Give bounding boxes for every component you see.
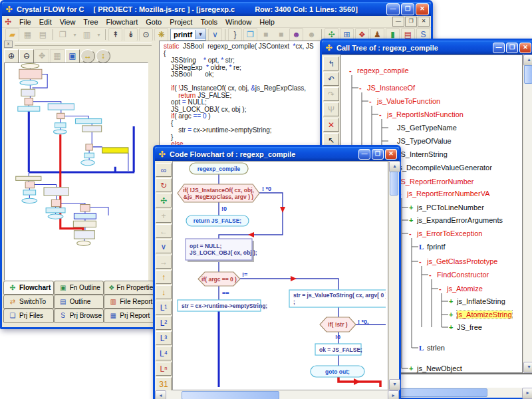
scroll-down-icon[interactable]: ↓: [156, 285, 172, 299]
paste-special-icon[interactable]: ▥: [80, 28, 94, 41]
flow-node[interactable]: ok = JS_FALSE;: [315, 344, 362, 355]
fit-height-icon[interactable]: ↕: [96, 49, 110, 63]
scroll-up-icon[interactable]: ▴: [523, 55, 532, 66]
search-combo[interactable]: printf ▾: [170, 29, 206, 41]
copy-flowchart-icon[interactable]: ❐: [243, 28, 257, 41]
level-4-icon[interactable]: L⁴: [156, 346, 172, 360]
open-file-icon[interactable]: ▰: [5, 28, 19, 41]
flow-node[interactable]: if( !JS_InstanceOf( cx, obj,&js_RegExpCl…: [178, 184, 259, 202]
flow-node[interactable]: str = cx->runtime->emptyString;: [178, 300, 267, 311]
flowchart-minimize-button[interactable]: —: [358, 149, 370, 160]
flow-node[interactable]: return JS_FALSE;: [186, 215, 249, 226]
expand-state-icon[interactable]: -: [429, 271, 437, 279]
menu-project[interactable]: Project: [166, 17, 196, 27]
scroll-right-icon[interactable]: ▸: [522, 388, 532, 399]
calltree-node[interactable]: -JS_InstanceOf: [359, 82, 415, 93]
mdi-restore-button[interactable]: ❐: [405, 17, 417, 27]
calltree-node[interactable]: js_DecompileValueGenerator: [389, 162, 492, 173]
scroll-down-icon[interactable]: ▾: [389, 379, 400, 390]
find-symbol-icon[interactable]: ❋: [154, 28, 168, 41]
flowchart-view[interactable]: regexp_compileif( !JS_InstanceOf( cx, ob…: [172, 161, 388, 390]
expand-state-icon[interactable]: -: [369, 97, 377, 105]
level-2-icon[interactable]: L²: [156, 316, 172, 330]
center-icon[interactable]: +: [156, 209, 172, 223]
level-3-icon[interactable]: L³: [156, 331, 172, 345]
tab-file-report[interactable]: ▥File Report: [104, 295, 154, 309]
expand-state-icon[interactable]: +: [409, 216, 417, 224]
expand-state-icon[interactable]: -: [379, 110, 387, 118]
expand-state-icon[interactable]: -: [359, 84, 367, 92]
menu-edit[interactable]: Edit: [35, 17, 56, 27]
expand-state-icon[interactable]: -: [349, 66, 357, 74]
pan-icon[interactable]: ✥: [35, 49, 49, 63]
flowchart-restore-button[interactable]: ❐: [372, 149, 384, 160]
calltree-node[interactable]: Lstrlen: [419, 342, 445, 353]
minimize-button[interactable]: —: [386, 3, 400, 15]
panel-grip[interactable]: x: [3, 41, 155, 48]
prev-branch-icon[interactable]: ←: [156, 224, 172, 238]
expand-state-icon[interactable]: -: [419, 257, 427, 265]
mdi-close-button[interactable]: ✕: [418, 17, 430, 27]
calltree-node[interactable]: -js_Atomize: [439, 283, 483, 294]
find-previous-icon[interactable]: ↟: [108, 28, 122, 41]
flow-node[interactable]: str = js_ValueToString( cx, argv[ 0 ] );: [289, 290, 386, 307]
calltree-vertical-scrollbar[interactable]: ▴ ▾: [523, 55, 532, 373]
flowchart-horizontal-scrollbar[interactable]: ◂ ▸: [155, 390, 399, 399]
level-n-icon[interactable]: Lⁿ: [156, 362, 172, 376]
delete-node-icon[interactable]: ✕: [323, 118, 339, 132]
calltree-minimize-button[interactable]: —: [493, 43, 505, 53]
expand-state-icon[interactable]: -: [409, 229, 417, 237]
calltree-node[interactable]: -JS_ReportErrorNumber: [389, 176, 474, 187]
zoom-out-icon[interactable]: ⊖: [19, 49, 34, 63]
menu-window[interactable]: Window: [221, 17, 255, 27]
refresh-icon[interactable]: ↻: [156, 178, 172, 192]
flowchart-hscroll-thumb[interactable]: [182, 391, 279, 399]
expand-state-icon[interactable]: +: [449, 297, 457, 305]
scroll-left-icon[interactable]: ◂: [155, 390, 166, 399]
flowchart-title-bar[interactable]: ✣ Code Flowchart of : regexp_compile — ❐…: [155, 147, 399, 161]
mdi-minimize-button[interactable]: —: [392, 17, 404, 27]
flowchart-icon[interactable]: ✣: [156, 194, 172, 207]
menu-tree[interactable]: Tree: [79, 17, 102, 27]
calltree-node[interactable]: -js_ErrorToException: [409, 228, 482, 239]
scroll-up-icon[interactable]: ↑: [156, 270, 172, 284]
scroll-right-icon[interactable]: ▸: [388, 390, 399, 399]
calltree-node[interactable]: -js_GetClassPrototype: [419, 256, 497, 267]
match-brace-icon[interactable]: }: [228, 28, 242, 41]
find-icon[interactable]: ∞: [156, 163, 172, 177]
menu-flowchart[interactable]: Flowchart: [102, 17, 142, 27]
tool-block-a-icon[interactable]: ■: [259, 28, 273, 41]
flow-node[interactable]: if( argc == 0 ): [198, 272, 240, 286]
flowchart-close-button[interactable]: ✕: [385, 149, 397, 160]
scroll-up-icon[interactable]: ▴: [389, 161, 400, 172]
level-1-icon[interactable]: L¹: [156, 301, 172, 315]
calltree-title-bar[interactable]: ✣ Call Tree of : regexp_compile — ❒ ✕: [322, 41, 532, 55]
flow-node[interactable]: if( !str ): [320, 317, 356, 332]
flowchart-vertical-scrollbar[interactable]: ▴ ▾: [388, 161, 399, 390]
tab-prj-browse[interactable]: SPrj Browse: [54, 309, 104, 323]
tab-switchto[interactable]: ⇄SwitchTo: [3, 295, 54, 309]
calltree-node[interactable]: -js_ValueToFunction: [369, 96, 440, 106]
calltree-node[interactable]: +js_PCToLineNumber: [409, 202, 484, 213]
combo-dropdown-icon[interactable]: ▾: [195, 30, 205, 39]
menu-tools[interactable]: Tools: [196, 17, 221, 27]
calltree-node[interactable]: JS_GetTypeName: [389, 122, 457, 133]
prune-branch-icon[interactable]: Ψ: [323, 102, 339, 116]
find-icon[interactable]: ⊙: [139, 28, 153, 41]
fit-width-icon[interactable]: ↔: [80, 49, 95, 63]
compare-files-icon[interactable]: ☻: [289, 28, 303, 41]
maximize-button[interactable]: ❒: [401, 3, 414, 15]
next-branch-icon[interactable]: →: [156, 255, 172, 269]
compare-disabled-icon[interactable]: ☻: [305, 28, 319, 41]
tab-prj-files[interactable]: ❏Prj Files: [3, 309, 54, 323]
tab-prj-report[interactable]: ▦Prj Report: [104, 309, 154, 323]
line-numbers-icon[interactable]: 31: [156, 377, 172, 391]
tab-outline[interactable]: ▤Outline: [54, 295, 104, 309]
print-icon[interactable]: ▤: [36, 28, 50, 41]
menu-view[interactable]: View: [56, 17, 80, 27]
close-button[interactable]: ✕: [416, 3, 429, 15]
calltree-node[interactable]: +js_AtomizeString: [449, 309, 512, 320]
calltree-node[interactable]: -js_ReportIsNotFunction: [379, 109, 464, 120]
grid-icon[interactable]: ▦: [50, 49, 65, 63]
calltree-node[interactable]: +js_ExpandErrorArguments: [409, 215, 503, 225]
